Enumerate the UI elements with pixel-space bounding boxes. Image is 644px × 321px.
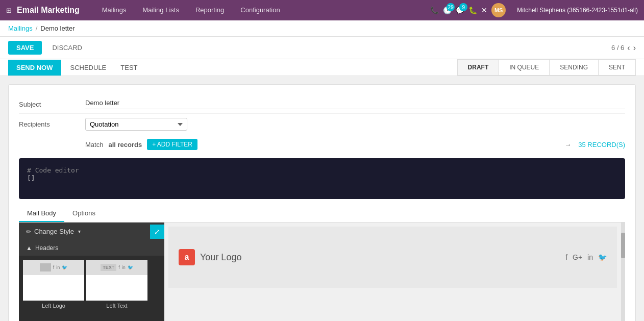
filter-row: Match all records + ADD FILTER → 35 RECO… <box>19 135 625 154</box>
template-left-text[interactable]: TEXT f in 🐦 Left Text <box>86 260 147 310</box>
template2-label: Left Text <box>86 301 147 310</box>
breadcrumb-parent[interactable]: Mailings <box>8 24 33 32</box>
prev-record-button[interactable]: ‹ <box>627 43 630 53</box>
status-draft[interactable]: DRAFT <box>457 59 499 76</box>
tools-icon[interactable]: ✕ <box>481 6 487 14</box>
template-left-logo[interactable]: f in 🐦 Left Logo <box>23 260 84 310</box>
subject-row: Subject Demo letter <box>19 95 625 114</box>
code-editor[interactable]: # Code editor [] <box>19 158 625 199</box>
main-content: Subject Demo letter Recipients Quotation… <box>0 76 644 321</box>
breadcrumb-current: Demo letter <box>40 24 75 32</box>
nav-links: Mailings Mailing Lists Reporting Configu… <box>95 0 430 20</box>
social-tw-icon-2: 🐦 <box>128 265 133 270</box>
status-sending[interactable]: SENDING <box>549 59 598 76</box>
tab-mail-body[interactable]: Mail Body <box>19 205 64 222</box>
app-grid-icon[interactable]: ⊞ <box>6 7 12 14</box>
template1-label: Left Logo <box>23 301 84 310</box>
record-navigation: 6 / 6 ‹ › <box>611 43 636 53</box>
record-position: 6 / 6 <box>611 44 624 52</box>
facebook-icon: f <box>565 253 567 261</box>
schedule-button[interactable]: SCHEDULE <box>63 60 114 76</box>
right-scrollbar-thumb <box>621 233 625 258</box>
social-in-icon: in <box>56 265 60 270</box>
nav-icons: 📞 🕐 29 💬 9 🐛 ✕ MS Mitchell Stephens (365… <box>430 3 638 17</box>
bug-icon[interactable]: 🐛 <box>468 6 477 14</box>
save-button[interactable]: SAVE <box>8 41 42 55</box>
expand-icon: ⤢ <box>154 228 160 236</box>
google-plus-icon: G+ <box>573 253 582 261</box>
nav-mailings[interactable]: Mailings <box>95 0 134 20</box>
twitter-icon: 🐦 <box>598 253 607 261</box>
headers-label: Headers <box>35 244 58 252</box>
nav-configuration[interactable]: Configuration <box>233 0 287 20</box>
headers-title: ▲ Headers <box>19 240 164 256</box>
breadcrumb-separator: / <box>36 24 38 32</box>
template-thumb-header-2: TEXT f in 🐦 <box>86 260 147 275</box>
test-button[interactable]: TEST <box>113 60 144 76</box>
recipients-select[interactable]: Quotation <box>85 118 187 131</box>
match-text: Match <box>85 141 103 149</box>
records-count-link[interactable]: 35 RECORD(S) <box>578 141 625 149</box>
template-thumb-body-1 <box>23 275 84 301</box>
add-filter-button[interactable]: + ADD FILTER <box>147 139 197 150</box>
image-placeholder-icon <box>40 263 51 271</box>
recipients-select-container: Quotation <box>85 118 625 131</box>
logo-icon: a <box>179 249 195 265</box>
status-sent[interactable]: SENT <box>598 59 636 76</box>
social-icons: f G+ in 🐦 <box>565 253 607 261</box>
template-thumb-body-2 <box>86 275 147 301</box>
social-in-icon-2: in <box>122 265 126 270</box>
social-tw-icon: 🐦 <box>62 265 67 270</box>
code-comment: # Code editor <box>27 166 617 174</box>
change-style-dropdown-icon: ▾ <box>78 229 81 234</box>
phone-icon[interactable]: 📞 <box>430 6 439 14</box>
expand-button[interactable]: ⤢ <box>150 225 164 239</box>
editor-left-panel: ✏ Change Style ▾ ⤢ ▲ Headers <box>19 223 164 321</box>
user-info[interactable]: Mitchell Stephens (365166-2423-1551d1-al… <box>517 7 638 14</box>
records-arrow-icon: → <box>564 141 571 149</box>
all-records-text: all records <box>108 141 142 149</box>
right-scrollbar-track[interactable] <box>621 223 625 321</box>
subject-label: Subject <box>19 101 85 108</box>
preview-content: a Your Logo f G+ in 🐦 <box>164 223 621 321</box>
change-style-label: Change Style <box>34 228 74 235</box>
subject-value[interactable]: Demo letter <box>85 99 625 109</box>
change-style-bar[interactable]: ✏ Change Style ▾ <box>19 223 150 240</box>
logo-text: Your Logo <box>200 252 241 263</box>
templates-grid: f in 🐦 Left Logo <box>19 256 164 314</box>
linkedin-icon: in <box>587 253 593 261</box>
avatar[interactable]: MS <box>491 3 506 17</box>
recipients-label: Recipients <box>19 120 85 128</box>
form-card: Subject Demo letter Recipients Quotation… <box>8 84 636 321</box>
social-f-icon: f <box>53 265 55 270</box>
chat-badge: 9 <box>459 3 467 11</box>
chat-icon[interactable]: 💬 9 <box>456 6 464 14</box>
template-thumb-2[interactable]: TEXT f in 🐦 <box>86 260 147 301</box>
breadcrumb: Mailings / Demo letter <box>0 20 644 37</box>
headers-collapse-icon[interactable]: ▲ <box>26 244 32 252</box>
editor-preview: a Your Logo f G+ in 🐦 <box>164 223 621 321</box>
tab-options[interactable]: Options <box>64 205 104 222</box>
app-title: Email Marketing <box>17 6 80 15</box>
tabs: Mail Body Options <box>19 205 625 223</box>
status-steps: DRAFT IN QUEUE SENDING SENT <box>457 59 636 76</box>
clock-icon[interactable]: 🕐 29 <box>443 6 452 14</box>
template-thumb-1[interactable]: f in 🐦 <box>23 260 84 301</box>
action-bar: SAVE DISCARD 6 / 6 ‹ › <box>0 37 644 59</box>
recipients-row: Recipients Quotation <box>19 114 625 135</box>
nav-mailing-lists[interactable]: Mailing Lists <box>135 0 186 20</box>
text-placeholder: TEXT <box>101 264 116 271</box>
top-navigation: ⊞ Email Marketing Mailings Mailing Lists… <box>0 0 644 20</box>
headers-section: ▲ Headers f in 🐦 <box>19 240 164 314</box>
template-thumb-header-1: f in 🐦 <box>23 260 84 275</box>
nav-reporting[interactable]: Reporting <box>188 0 231 20</box>
mail-body-editor: ✏ Change Style ▾ ⤢ ▲ Headers <box>19 223 625 321</box>
status-in-queue[interactable]: IN QUEUE <box>499 59 549 76</box>
preview-email-block: a Your Logo f G+ in 🐦 <box>168 227 617 288</box>
send-now-button[interactable]: SEND NOW <box>8 60 61 76</box>
next-record-button[interactable]: › <box>633 43 636 53</box>
discard-button[interactable]: DISCARD <box>46 41 88 55</box>
logo-area: a Your Logo <box>179 249 241 265</box>
status-bar: SEND NOW SCHEDULE TEST DRAFT IN QUEUE SE… <box>0 59 644 76</box>
clock-badge: 29 <box>447 3 455 11</box>
